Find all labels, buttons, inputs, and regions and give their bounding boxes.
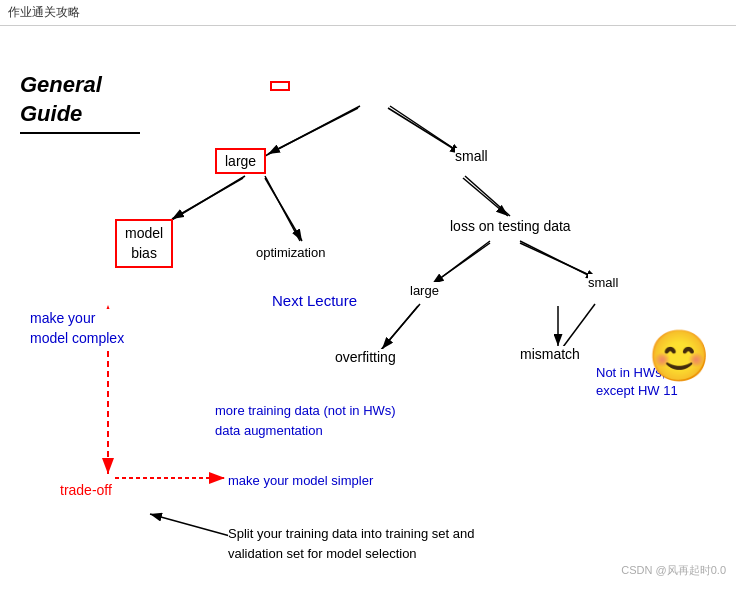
svg-line-23 (150, 514, 230, 536)
svg-line-7 (380, 304, 420, 351)
mismatch-label: mismatch (520, 346, 580, 362)
overfitting-label: overfitting (335, 349, 396, 365)
large-top-label: large (215, 148, 266, 174)
next-lecture: Next Lecture (272, 292, 357, 309)
svg-line-13 (388, 108, 462, 154)
svg-line-1 (390, 106, 465, 156)
svg-line-8 (560, 304, 595, 351)
make-complex: make yourmodel complex (30, 309, 124, 348)
svg-line-18 (520, 243, 598, 279)
svg-line-17 (432, 243, 490, 284)
smiley-emoji: 😊 (648, 331, 710, 381)
svg-line-5 (430, 241, 490, 286)
svg-line-14 (172, 178, 243, 219)
trade-off: trade-off (60, 482, 112, 498)
top-bar-label: 作业通关攻略 (8, 5, 80, 19)
svg-line-16 (463, 178, 508, 216)
svg-line-4 (465, 176, 510, 216)
small-bottom-label: small (588, 274, 618, 290)
svg-line-12 (268, 108, 358, 154)
make-simpler: make your model simpler (228, 472, 373, 488)
svg-line-3 (265, 176, 300, 241)
split-text: Split your training data into training s… (228, 524, 474, 563)
loss-testing-data: loss on testing data (450, 218, 571, 234)
general-guide: GeneralGuide (20, 71, 140, 134)
optimization-label: optimization (256, 244, 325, 260)
svg-line-2 (170, 176, 245, 221)
main-content: GeneralGuide (0, 26, 736, 586)
large-bottom-label: large (410, 282, 439, 298)
more-training-data: more training data (not in HWs)data augm… (215, 401, 396, 440)
small-top-label: small (455, 148, 488, 164)
model-bias-box: modelbias (115, 219, 173, 268)
svg-line-15 (265, 178, 302, 241)
watermark: CSDN @风再起时0.0 (621, 563, 726, 578)
svg-line-0 (265, 106, 360, 156)
loss-training-data (270, 78, 290, 94)
top-bar: 作业通关攻略 (0, 0, 736, 26)
svg-line-19 (382, 306, 418, 349)
general-guide-text: GeneralGuide (20, 71, 140, 128)
